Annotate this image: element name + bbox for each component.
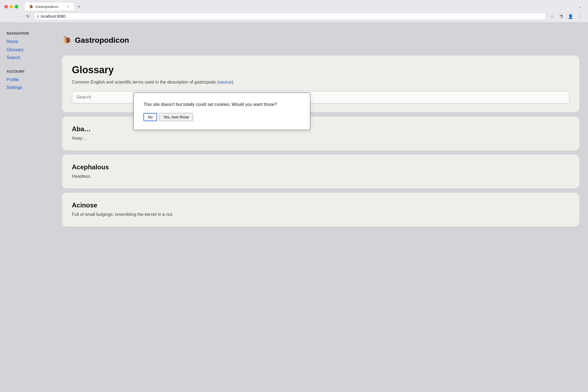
browser-titlebar: 🐌 Gastropodicon × + ⌄ (0, 0, 588, 10)
tabs-bar: 🐌 Gastropodicon × + (25, 3, 82, 10)
sidebar-account-section: ACCOUNT Profile Settings (7, 69, 53, 92)
glossary-description-text: Common English and scientific terms used… (72, 80, 219, 84)
glossary-term: Acinose (72, 201, 569, 209)
menu-button[interactable]: ⋮ (576, 13, 584, 20)
account-button[interactable]: 👤 (567, 13, 574, 20)
extension-button[interactable]: ⚗ (558, 13, 565, 20)
tab-favicon-icon: 🐌 (29, 4, 33, 9)
page-layout: NAVIGATION Home Glossary Search ACCOUNT … (0, 23, 588, 392)
glossary-term: Acephalous (72, 163, 569, 171)
sidebar-nav-section: NAVIGATION Home Glossary Search (7, 31, 53, 62)
app-header: 🐌 Gastropodicon (62, 31, 579, 51)
address-input[interactable] (41, 14, 543, 19)
glossary-definition: Full of small bulgings; resembling the k… (72, 211, 569, 218)
browser-chrome: 🐌 Gastropodicon × + ⌄ ← → ↻ ℹ ☆ ⚗ 👤 ⋮ (0, 0, 588, 23)
glossary-description: Common English and scientific terms used… (72, 79, 569, 85)
sidebar-item-profile[interactable]: Profile (7, 76, 53, 84)
sidebar: NAVIGATION Home Glossary Search ACCOUNT … (0, 23, 60, 392)
glossary-entry-card-acephalous: Acephalous Headless. (62, 155, 579, 188)
tab-dropdown-button[interactable]: ⌄ (576, 3, 584, 10)
forward-button[interactable]: → (14, 13, 22, 20)
minimize-window-button[interactable] (10, 5, 13, 8)
sidebar-item-search[interactable]: Search (7, 54, 53, 62)
glossary-definition: Headless. (72, 173, 569, 180)
maximize-window-button[interactable] (15, 5, 18, 8)
nav-section-title: NAVIGATION (7, 31, 53, 35)
security-icon: ℹ (37, 14, 39, 19)
active-tab[interactable]: 🐌 Gastropodicon × (25, 3, 74, 10)
new-tab-button[interactable]: + (75, 3, 82, 10)
cookie-yes-button[interactable]: Yes, love those (159, 113, 193, 121)
sidebar-item-glossary[interactable]: Glossary (7, 46, 53, 54)
app-title: Gastropodicon (75, 36, 129, 45)
back-button[interactable]: ← (4, 13, 12, 20)
main-content: 🐌 Gastropodicon Glossary Common English … (60, 23, 588, 392)
browser-toolbar: ← → ↻ ℹ ☆ ⚗ 👤 ⋮ (0, 10, 588, 22)
reload-button[interactable]: ↻ (24, 13, 32, 20)
tab-close-button[interactable]: × (66, 4, 70, 9)
glossary-definition: Away… (72, 135, 569, 142)
cookie-dialog: This site doesn't but totally could set … (133, 93, 310, 130)
glossary-description-end: ). (232, 80, 234, 84)
app-logo-icon: 🐌 (62, 36, 72, 45)
traffic-lights (4, 5, 18, 8)
glossary-entry-card-acinose: Acinose Full of small bulgings; resembli… (62, 193, 579, 226)
sidebar-item-home[interactable]: Home (7, 38, 53, 46)
cookie-dialog-buttons: No Yes, love those (143, 113, 300, 121)
glossary-source-link[interactable]: source (219, 80, 232, 84)
cookie-no-button[interactable]: No (143, 113, 157, 121)
tab-title: Gastropodicon (35, 5, 63, 9)
glossary-title: Glossary (72, 64, 569, 76)
close-window-button[interactable] (4, 5, 8, 8)
bookmark-button[interactable]: ☆ (548, 13, 556, 20)
sidebar-item-settings[interactable]: Settings (7, 84, 53, 92)
address-bar[interactable]: ℹ (34, 13, 546, 20)
toolbar-actions: ☆ ⚗ 👤 ⋮ (548, 13, 584, 20)
cookie-dialog-message: This site doesn't but totally could set … (143, 102, 300, 108)
account-section-title: ACCOUNT (7, 69, 53, 74)
